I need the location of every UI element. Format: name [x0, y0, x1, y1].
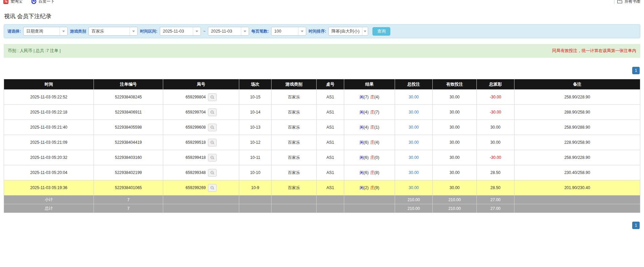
video-replay-button[interactable] [208, 154, 217, 162]
range-separator: ~ [203, 29, 206, 34]
cell-payout: 30.00 [477, 135, 514, 150]
cell-summary-valid-bet: 210.00 [433, 195, 477, 204]
header-table-no: 桌号 [317, 79, 344, 90]
cell-total-bet[interactable]: 30.00 [395, 90, 433, 105]
cell-total-bet[interactable]: 30.00 [395, 135, 433, 150]
cell-total-bet[interactable]: 30.00 [395, 120, 433, 135]
total-bet-link: 30.00 [408, 170, 419, 175]
date-to-input[interactable]: 2025-11-03 [208, 27, 249, 36]
pagination-bottom: 1 [4, 222, 640, 229]
video-replay-button[interactable] [208, 169, 217, 177]
bookmark-baidu[interactable]: 百度一下 [31, 0, 55, 4]
bookmark-aitaobao[interactable]: 淘 爱淘宝 [3, 0, 23, 4]
page-size-value: 100 [272, 27, 298, 35]
date-from-value: 2025-11-03 [160, 27, 193, 35]
page-size-label: 每页笔数: [251, 29, 269, 34]
page-1-button[interactable]: 1 [632, 222, 640, 229]
header-valid-bet: 有效投注 [433, 79, 477, 90]
cell-remark: 201.90/230.40 [514, 180, 640, 195]
taobao-icon: 淘 [3, 0, 8, 4]
bet-records-table: 时间 注单编号 局号 场次 游戏类别 桌号 结果 总投注 有效投注 总派彩 备注… [4, 79, 640, 213]
summary-bar: 币别 : 人民币 | 总共 :7 注单 | 同局有效投注，统一计算在该局第一张注… [4, 44, 640, 58]
cell-empty [344, 204, 395, 213]
chevron-down-icon[interactable] [193, 27, 201, 35]
cell-session: 10-10 [239, 165, 272, 180]
query-type-select[interactable]: 日期查询 [23, 27, 68, 36]
cell-remark: 228.90/258.90 [514, 135, 640, 150]
cell-game-type: 百家乐 [272, 120, 317, 135]
cell-summary-label: 总计 [4, 204, 94, 213]
time-sort-select[interactable]: 降幂(由大到小) [328, 27, 368, 36]
cell-bet-id: 522938404419 [94, 135, 163, 150]
cell-total-bet[interactable]: 30.00 [395, 150, 433, 165]
video-replay-button[interactable] [208, 124, 217, 131]
baidu-icon [31, 0, 36, 4]
film-reel-icon [210, 171, 214, 175]
video-replay-button[interactable] [208, 139, 217, 146]
film-reel-icon [210, 95, 214, 99]
cell-payout: -30.00 [477, 90, 514, 105]
video-replay-button[interactable] [208, 93, 217, 101]
cell-time: 2025-11-03 05:20:32 [4, 150, 94, 165]
page-1-button[interactable]: 1 [632, 67, 640, 74]
film-reel-icon [210, 186, 214, 190]
result-player-label: 闲 [360, 185, 364, 190]
cell-valid-bet: 30.00 [433, 180, 477, 195]
page-size-select[interactable]: 100 [271, 27, 306, 36]
film-reel-icon [210, 125, 214, 130]
cell-session: 10-15 [239, 90, 272, 105]
cell-game-type: 百家乐 [272, 90, 317, 105]
chevron-down-icon[interactable] [130, 27, 137, 35]
cell-game-type: 百家乐 [272, 150, 317, 165]
game-type-select[interactable]: 百家乐 [88, 27, 138, 36]
result-player-score: (4) [364, 110, 369, 115]
cell-table-no: AS1 [317, 180, 344, 195]
cell-bet-id: 522938408245 [94, 90, 163, 105]
cell-summary-valid-bet: 210.00 [433, 204, 477, 213]
summary-row: 总计 7 210.00 210.00 27.00 [4, 204, 640, 213]
result-banker-label: 庄 [370, 185, 374, 190]
cell-result: 闲(6)庄(0) [344, 150, 395, 165]
cell-empty [272, 195, 317, 204]
header-remark: 备注 [514, 79, 640, 90]
currency-total-text: 币别 : 人民币 | 总共 :7 注单 | [8, 48, 61, 54]
date-from-input[interactable]: 2025-11-03 [160, 27, 201, 36]
result-banker-label: 庄 [370, 170, 374, 175]
cell-time: 2025-11-03 05:22:52 [4, 90, 94, 105]
cell-summary-payout: 27.00 [477, 195, 514, 204]
cell-session: 10-11 [239, 150, 272, 165]
cell-empty [239, 195, 272, 204]
cell-session: 10-9 [239, 180, 272, 195]
chevron-down-icon[interactable] [362, 27, 368, 35]
cell-time: 2025-11-03 05:21:40 [4, 120, 94, 135]
query-button[interactable]: 查询 [372, 27, 390, 36]
chevron-down-icon[interactable] [60, 27, 67, 35]
cell-result: 闲(2)庄(9) [344, 180, 395, 195]
film-reel-icon [210, 155, 214, 160]
result-player-score: (6) [364, 155, 369, 160]
all-bookmarks-label: 所有书签 [624, 0, 641, 4]
cell-valid-bet: 30.00 [433, 165, 477, 180]
video-replay-button[interactable] [208, 108, 217, 116]
cell-total-bet[interactable]: 30.00 [395, 105, 433, 120]
cell-remark: 258.90/228.90 [514, 150, 640, 165]
cell-empty [514, 195, 640, 204]
table-row: 2025-11-03 05:21:40 522938405598 6592996… [4, 120, 640, 135]
cell-table-no: AS1 [317, 165, 344, 180]
cell-total-bet[interactable]: 30.00 [395, 165, 433, 180]
table-row: 2025-11-03 05:20:04 522938402199 6592993… [4, 165, 640, 180]
chevron-down-icon[interactable] [241, 27, 249, 35]
all-bookmarks-button[interactable]: 所有书签 [617, 0, 641, 4]
page-title: 视讯 会员下注纪录 [4, 12, 644, 20]
cell-game-type: 百家乐 [272, 135, 317, 150]
total-bet-link: 30.00 [408, 110, 419, 115]
cell-valid-bet: 30.00 [433, 90, 477, 105]
video-replay-button[interactable] [208, 184, 217, 192]
cell-session: 10-14 [239, 105, 272, 120]
chevron-down-icon[interactable] [298, 27, 306, 35]
result-player-label: 闲 [360, 125, 364, 130]
cell-empty [239, 204, 272, 213]
date-to-value: 2025-11-03 [208, 27, 241, 35]
result-player-score: (6) [364, 140, 369, 145]
cell-total-bet[interactable]: 30.00 [395, 180, 433, 195]
